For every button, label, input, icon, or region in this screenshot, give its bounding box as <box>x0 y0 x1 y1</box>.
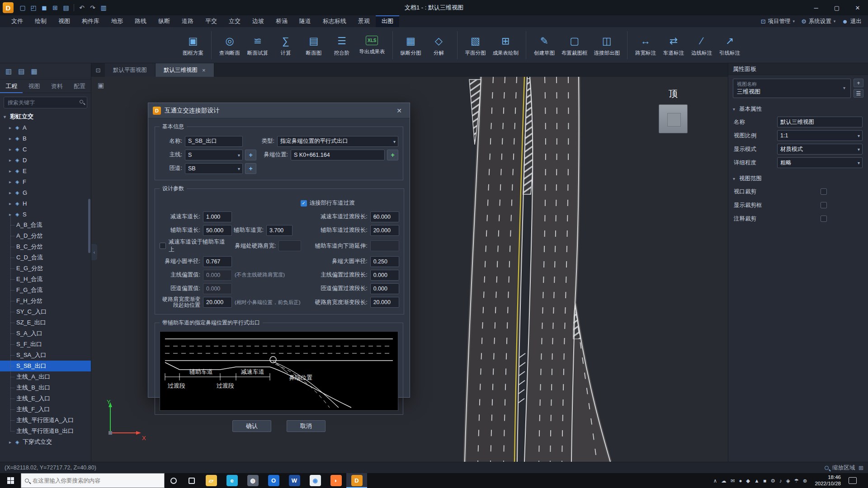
expander-icon[interactable] <box>4 114 10 119</box>
tree-group[interactable]: B <box>0 133 91 144</box>
decel-transition-input[interactable]: 60.000 <box>370 211 399 222</box>
tree-group[interactable]: A <box>0 122 91 133</box>
show-crop-frame-checkbox[interactable] <box>821 202 827 208</box>
explode-button[interactable]: ◇分解 <box>426 33 452 56</box>
tree-item[interactable]: 主线_F_入口 <box>0 404 91 415</box>
print-icon[interactable]: ▤ <box>61 3 71 13</box>
tray-icon[interactable]: ⚙ <box>771 478 775 484</box>
frame-plan-button[interactable]: ▣图框方案 <box>180 33 206 56</box>
expander-icon[interactable] <box>9 440 15 445</box>
view-selector[interactable]: 视图名称 三维视图 <box>733 79 851 98</box>
tree-group[interactable]: H <box>0 198 91 209</box>
dialog-titlebar[interactable]: D 互通立交连接部设计 ✕ <box>148 103 410 118</box>
shoulder-transition-input[interactable]: 20.000 <box>370 297 399 308</box>
tab-tunnel[interactable]: 隧道 <box>293 15 317 27</box>
mainline-select[interactable]: S <box>185 150 243 160</box>
tree-item[interactable]: 主线_A_出口 <box>0 371 91 382</box>
aux-length-input[interactable]: 50.000 <box>203 225 232 236</box>
taskbar-clock[interactable]: 18:46 2022/10/28 <box>815 474 841 487</box>
view-list-button[interactable]: ☰ <box>854 89 863 98</box>
app-logo-icon[interactable]: D <box>3 2 14 13</box>
tab-alignment[interactable]: 路线 <box>129 15 152 27</box>
main-offset-transition-input[interactable]: 0.000 <box>370 270 399 281</box>
tab-draw[interactable]: 绘制 <box>29 15 52 27</box>
tree-item[interactable]: F_H_分岔 <box>0 296 91 306</box>
close-button[interactable]: ✕ <box>847 0 868 15</box>
profile-sheets-button[interactable]: ▦纵断分图 <box>398 33 424 56</box>
redo-icon[interactable]: ↷ <box>87 3 98 13</box>
checkbox-checked-icon[interactable] <box>301 200 307 206</box>
exit-button[interactable]: ☻ 退出 <box>842 18 862 25</box>
tree-item[interactable]: S_A_入口 <box>0 328 91 339</box>
tray-icon[interactable]: ♪ <box>779 478 782 483</box>
tab-config[interactable]: 配置 <box>68 80 91 93</box>
tray-icon[interactable]: ◈ <box>786 478 790 484</box>
excavation-steps-button[interactable]: ☰挖台阶 <box>329 33 355 56</box>
tree-item[interactable]: E_G_分岔 <box>0 263 91 274</box>
aux-width-input[interactable]: 3.700 <box>266 225 292 236</box>
tree-item[interactable]: 主线_B_出口 <box>0 382 91 393</box>
search-input[interactable] <box>4 97 87 108</box>
pick-ramp-button[interactable] <box>245 163 256 174</box>
tray-icon[interactable]: ✉ <box>731 478 735 484</box>
view-range-section[interactable]: 视图范围 <box>728 172 868 185</box>
aux-transition-input[interactable]: 20.000 <box>370 225 399 236</box>
panel-columns-icon[interactable]: ▥ <box>5 67 12 75</box>
annotation-crop-checkbox[interactable] <box>821 216 827 222</box>
leader-annotation-button[interactable]: ↗引线标注 <box>717 33 743 56</box>
basic-properties-section[interactable]: 基本属性 <box>728 103 868 115</box>
word-button[interactable]: W <box>284 473 305 488</box>
tree-item[interactable]: 主线_E_入口 <box>0 393 91 404</box>
type-select[interactable]: 指定鼻端位置的平行式出口 <box>277 136 398 147</box>
tab-interchange[interactable]: 立交 <box>223 15 246 27</box>
tree-item[interactable]: S_F_出口 <box>0 339 91 350</box>
edge-annotation-button[interactable]: ∕边线标注 <box>689 33 715 56</box>
tab-file[interactable]: 文件 <box>5 15 29 27</box>
plot-icon[interactable]: ▥ <box>98 3 109 13</box>
expander-icon[interactable] <box>9 147 15 152</box>
tool-app-button[interactable]: ◍ <box>242 473 263 488</box>
add-view-button[interactable]: + <box>854 79 863 87</box>
ramp-offset-input[interactable]: 0.000 <box>203 283 232 294</box>
connection-output-button[interactable]: ◫连接部出图 <box>592 33 623 56</box>
start-button[interactable] <box>0 473 21 488</box>
calculate-button[interactable]: ∑计算 <box>273 33 299 56</box>
view-name-input[interactable]: 默认三维视图 <box>777 117 863 127</box>
road-width-annotation-button[interactable]: ↔路宽标注 <box>632 33 659 56</box>
pick-mainline-button[interactable] <box>245 150 256 160</box>
confirm-button[interactable]: 确认 <box>232 420 271 432</box>
tab-slope[interactable]: 边坡 <box>246 15 270 27</box>
cancel-button[interactable]: 取消 <box>287 420 326 432</box>
close-tab-icon[interactable] <box>202 67 206 74</box>
zoom-icon[interactable] <box>825 466 829 470</box>
layout-frames-button[interactable]: ▢布置裁图框 <box>559 33 590 56</box>
tree-item[interactable]: SY_C_入口 <box>0 306 91 317</box>
minimize-button[interactable]: ─ <box>806 0 826 15</box>
tab-plan-view[interactable]: 默认平面视图 <box>105 63 156 77</box>
create-sketch-button[interactable]: ✎创建草图 <box>531 33 557 56</box>
tree-group[interactable]: F <box>0 176 91 187</box>
tab-data[interactable]: 资料 <box>46 80 68 93</box>
decel-length-input[interactable]: 1.000 <box>203 211 232 222</box>
tab-terrain[interactable]: 地形 <box>105 15 129 27</box>
nose-position-input[interactable]: S K0+661.164 <box>291 150 385 160</box>
nose-shoulder-input[interactable] <box>278 240 301 251</box>
tree-item[interactable]: E_H_合流 <box>0 274 91 285</box>
tray-icon[interactable]: ■ <box>764 478 767 483</box>
export-tables-button[interactable]: XLS导出成果表 <box>357 33 387 55</box>
tree-item[interactable]: SZ_E_出口 <box>0 317 91 328</box>
section-drawing-button[interactable]: ▤断面图 <box>301 33 327 56</box>
expander-icon[interactable] <box>9 158 15 163</box>
viewport-crop-checkbox[interactable] <box>821 188 827 195</box>
tree-group[interactable]: G <box>0 187 91 198</box>
firefox-button[interactable]: ◗ <box>326 473 346 488</box>
nose-big-radius-input[interactable]: 0.250 <box>370 256 399 267</box>
zoom-region-label[interactable]: 缩放区域 <box>832 464 855 472</box>
action-center-icon[interactable] <box>849 477 857 484</box>
main-offset-input[interactable]: 0.000 <box>203 270 232 281</box>
tab-at-grade[interactable]: 平交 <box>199 15 223 27</box>
outlook-button[interactable]: O <box>263 473 284 488</box>
view-scale-select[interactable]: 1:1 <box>777 130 863 141</box>
chrome-button[interactable]: ◉ <box>305 473 326 488</box>
tab-markings[interactable]: 标志标线 <box>317 15 352 27</box>
